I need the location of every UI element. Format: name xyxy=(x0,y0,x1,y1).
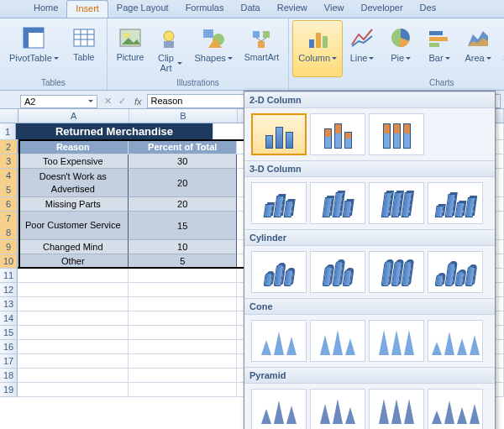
cell[interactable] xyxy=(18,369,129,383)
cell[interactable]: Doesn't Work as Advertised xyxy=(18,169,129,197)
cancel-formula-icon[interactable]: ✕ xyxy=(104,96,112,107)
row-header[interactable]: 17 xyxy=(0,354,18,369)
column-chart-button[interactable]: Column xyxy=(292,20,343,77)
row-header[interactable]: 18 xyxy=(0,369,18,383)
col-header-a[interactable]: A xyxy=(18,109,129,123)
row-header[interactable]: 10 xyxy=(0,254,18,269)
pivottable-button[interactable]: PivotTable xyxy=(3,20,65,77)
cell[interactable] xyxy=(129,340,237,354)
cell[interactable] xyxy=(129,383,237,397)
cell[interactable] xyxy=(18,383,129,397)
shapes-button[interactable]: Shapes xyxy=(188,20,238,77)
cell[interactable] xyxy=(129,283,237,297)
chart-stacked-column-3d[interactable] xyxy=(310,182,365,224)
cell[interactable]: 30 xyxy=(129,154,237,169)
cell[interactable]: 20 xyxy=(129,197,237,212)
row-header[interactable]: 2 xyxy=(0,140,18,154)
cell[interactable] xyxy=(129,369,237,383)
chart-100stacked-pyramid[interactable] xyxy=(369,389,424,429)
cell[interactable]: 5 xyxy=(129,254,237,269)
row-header[interactable]: 6 xyxy=(0,197,18,212)
cell[interactable]: Too Expensive xyxy=(18,154,129,169)
chart-3d-cylinder[interactable] xyxy=(428,251,483,293)
cell[interactable]: Changed Mind xyxy=(18,240,129,254)
chart-clustered-cylinder[interactable] xyxy=(251,251,307,293)
tab-review[interactable]: Review xyxy=(269,0,316,18)
cell[interactable]: 15 xyxy=(129,212,237,240)
row-header[interactable]: 12 xyxy=(0,283,18,297)
col-header-b[interactable]: B xyxy=(129,109,237,123)
fx-icon[interactable]: fx xyxy=(134,97,142,107)
chart-stacked-column-2d[interactable] xyxy=(310,113,365,155)
enter-formula-icon[interactable]: ✓ xyxy=(118,96,126,107)
row-header[interactable]: 3 xyxy=(0,154,18,169)
tab-view[interactable]: View xyxy=(316,0,353,18)
cell[interactable]: Missing Parts xyxy=(18,197,129,212)
cell[interactable] xyxy=(129,269,237,283)
chart-stacked-cone[interactable] xyxy=(310,320,365,362)
row-header[interactable]: 13 xyxy=(0,297,18,311)
bar-chart-button[interactable]: Bar xyxy=(420,20,459,77)
tab-home[interactable]: Home xyxy=(25,0,66,18)
bar-chart-icon xyxy=(426,24,453,51)
chart-100stacked-column-2d[interactable] xyxy=(369,113,424,155)
tab-formulas[interactable]: Formulas xyxy=(177,0,233,18)
cell[interactable] xyxy=(18,326,129,340)
row-header[interactable]: 19 xyxy=(0,383,18,397)
area-chart-button[interactable]: Area xyxy=(459,20,497,77)
cell[interactable] xyxy=(18,297,129,311)
chart-clustered-pyramid[interactable] xyxy=(251,389,307,429)
cell[interactable]: 20 xyxy=(129,169,237,197)
cell[interactable] xyxy=(18,269,129,283)
table-button[interactable]: Table xyxy=(65,20,103,77)
row-header[interactable]: 1 xyxy=(0,123,16,140)
chart-stacked-pyramid[interactable] xyxy=(310,389,365,429)
chart-clustered-column-3d[interactable] xyxy=(251,182,307,224)
tab-developer[interactable]: Developer xyxy=(352,0,411,18)
chart-100stacked-cylinder[interactable] xyxy=(369,251,424,293)
tab-page-layout[interactable]: Page Layout xyxy=(108,0,177,18)
tab-insert[interactable]: Insert xyxy=(66,0,108,18)
scatter-chart-button[interactable]: Scatter xyxy=(497,20,504,77)
line-chart-button[interactable]: Line xyxy=(343,20,381,77)
cell[interactable] xyxy=(129,354,237,369)
row-header[interactable]: 45 xyxy=(0,169,18,197)
pie-chart-button[interactable]: Pie xyxy=(381,20,420,77)
cell[interactable] xyxy=(18,283,129,297)
chart-clustered-cone[interactable] xyxy=(251,320,307,362)
cell[interactable] xyxy=(18,340,129,354)
select-all-corner[interactable] xyxy=(0,109,18,123)
chart-clustered-column-2d[interactable] xyxy=(251,113,307,155)
chart-100stacked-cone[interactable] xyxy=(369,320,424,362)
cell[interactable] xyxy=(129,297,237,311)
row-header[interactable]: 9 xyxy=(0,240,18,254)
chart-3d-cone[interactable] xyxy=(428,320,483,362)
cell[interactable]: Returned Merchandise xyxy=(16,123,213,140)
cell[interactable]: Poor Customer Service xyxy=(18,212,129,240)
area-chart-icon xyxy=(465,24,491,51)
cell[interactable] xyxy=(129,326,237,340)
tab-data[interactable]: Data xyxy=(232,0,268,18)
cell[interactable]: 10 xyxy=(129,240,237,254)
row-header[interactable]: 11 xyxy=(0,269,18,283)
chart-100stacked-column-3d[interactable] xyxy=(369,182,424,224)
smartart-button[interactable]: SmartArt xyxy=(239,20,285,77)
row-header[interactable]: 16 xyxy=(0,340,18,354)
row-header[interactable]: 14 xyxy=(0,311,18,326)
smartart-label: SmartArt xyxy=(244,53,279,63)
chart-stacked-cylinder[interactable] xyxy=(310,251,365,293)
row-header[interactable]: 15 xyxy=(0,326,18,340)
name-box[interactable]: A2 xyxy=(20,95,97,108)
tab-design-partial[interactable]: Des xyxy=(412,0,445,18)
chart-3d-column[interactable] xyxy=(428,182,483,224)
clipart-button[interactable]: Clip Art xyxy=(150,20,188,77)
cell[interactable] xyxy=(18,311,129,326)
cell[interactable]: Percent of Total xyxy=(129,140,237,154)
chart-3d-pyramid[interactable] xyxy=(428,389,483,429)
cell[interactable] xyxy=(18,354,129,369)
cell[interactable]: Reason xyxy=(18,140,129,154)
picture-button[interactable]: Picture xyxy=(111,20,150,77)
row-header[interactable]: 78 xyxy=(0,212,18,240)
cell[interactable]: Other xyxy=(18,254,129,269)
cell[interactable] xyxy=(129,311,237,326)
